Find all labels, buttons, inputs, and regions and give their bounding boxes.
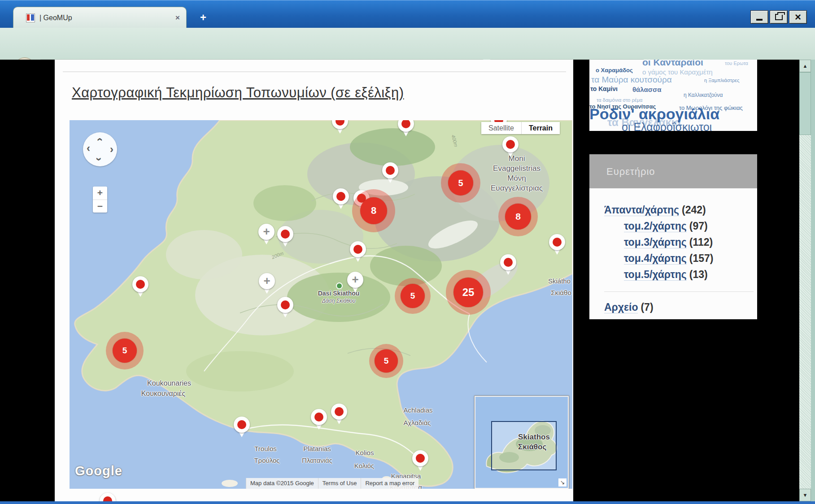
satellite-button[interactable]: Satellite — [481, 122, 521, 134]
inset-collapse-icon[interactable]: ↘ — [558, 478, 567, 487]
navigation-toolbar: ← paki.webpages.auth.gr/wp/?page_id=1353… — [0, 28, 815, 60]
index-link[interactable]: Άπαντα/χάρτης(242) — [604, 202, 757, 218]
marker-cluster[interactable]: 5 — [395, 278, 431, 314]
map-marker-pin[interactable] — [311, 409, 327, 425]
google-map[interactable]: 400m200mMoniEvaggelistriasΜόνηΕυαγγελίστ… — [70, 120, 572, 489]
terms-of-use-link[interactable]: Terms of Use — [318, 478, 361, 489]
map-marker-pin[interactable] — [234, 417, 250, 433]
tag-cloud-link[interactable]: θάλασσα — [632, 86, 661, 93]
title-bar: | GeoMUp × + × — [0, 0, 815, 28]
scroll-down-button[interactable]: ▼ — [799, 489, 811, 501]
map-marker-pin[interactable] — [277, 297, 293, 313]
map-place-label: Troulos — [254, 445, 276, 452]
index-link-label: τομ.5/χάρτης — [624, 269, 687, 281]
google-logo[interactable]: Google — [75, 464, 122, 478]
index-link[interactable]: τομ.2/χάρτης(97) — [624, 218, 757, 234]
index-link-label: τομ.2/χάρτης — [624, 220, 687, 232]
browser-tab[interactable]: | GeoMUp × — [13, 7, 187, 28]
marker-dot — [314, 413, 323, 421]
map-marker-pin[interactable] — [382, 162, 398, 178]
tag-cloud-link[interactable]: η Ξαμπλιάστρες — [704, 78, 740, 83]
map-zoom-control: + − — [93, 187, 107, 213]
cluster-count: 5 — [448, 170, 473, 196]
plus-icon: + — [259, 273, 275, 288]
marker-dot — [336, 192, 345, 201]
map-marker-pin[interactable] — [277, 226, 293, 242]
map-marker-pin[interactable] — [549, 234, 565, 250]
tag-cloud-link[interactable]: τα δαιμόνια στο ρέμα — [597, 97, 642, 103]
tag-cloud-link[interactable]: του Ερωτα — [725, 61, 748, 66]
pan-up-icon[interactable]: › — [94, 138, 105, 141]
expand-cluster-pin[interactable]: + — [259, 273, 275, 289]
map-marker-pin[interactable] — [132, 276, 148, 292]
map-place-label: Evaggelistrias — [493, 164, 540, 173]
pan-left-icon[interactable]: › — [87, 144, 90, 155]
index-link[interactable]: τομ.3/χάρτης(112) — [624, 234, 757, 250]
tag-cloud-link[interactable]: οι Κανταραίοι — [642, 60, 703, 68]
marker-cluster[interactable]: 5 — [369, 344, 403, 378]
marker-dot — [506, 140, 515, 149]
scroll-up-button[interactable]: ▲ — [799, 60, 811, 72]
marker-cluster[interactable]: 5 — [106, 332, 144, 369]
tab-title: | GeoMUp — [39, 14, 175, 22]
tag-cloud-link[interactable]: η Καλλικατζούνα — [684, 92, 723, 98]
marker-cluster[interactable]: 8 — [498, 197, 538, 236]
tag-cloud-link[interactable]: οι Ελαφροΐσκιωτοι — [622, 121, 712, 131]
index-link-count: (112) — [689, 236, 713, 248]
marker-dot — [504, 258, 513, 267]
index-link-count: (13) — [689, 269, 708, 280]
map-data-attribution: Map data ©2015 Google — [246, 478, 318, 489]
marker-cluster[interactable]: 25 — [446, 270, 491, 315]
map-marker-pin[interactable] — [500, 254, 516, 270]
index-link[interactable]: τομ.4/χάρτης(157) — [624, 250, 757, 266]
tag-cloud-widget: οι Κανταραίοιτου Ερωταο Χαραμάδοςο γάμος… — [589, 60, 757, 131]
cluster-count: 5 — [401, 284, 425, 308]
report-map-error-link[interactable]: Report a map error — [361, 478, 418, 489]
vertical-scrollbar[interactable]: ▲ ▼ — [799, 60, 811, 501]
marker-cluster[interactable]: 8 — [352, 189, 395, 232]
map-marker-pin[interactable] — [331, 404, 347, 420]
site-favicon — [26, 13, 35, 22]
terrain-button[interactable]: Terrain — [521, 122, 560, 134]
map-marker-pin[interactable] — [350, 241, 366, 257]
cluster-count: 25 — [453, 278, 483, 307]
index-link[interactable]: τομ.5/χάρτης(13) — [624, 266, 757, 282]
map-place-label: Achladias — [403, 406, 432, 414]
main-content-column: Χαρτογραφική Τεκμηρίωση Τοπωνυμίων (σε ε… — [55, 60, 573, 501]
pan-right-icon[interactable]: › — [110, 144, 113, 155]
content-divider — [63, 71, 566, 72]
marker-dot — [335, 407, 344, 416]
tag-cloud-link[interactable]: τα Μαύρα κουτσούρα — [591, 75, 672, 85]
expand-cluster-pin[interactable]: + — [258, 224, 275, 240]
index-widget-title: Ευρετήριο — [589, 154, 757, 188]
map-marker-pin[interactable] — [100, 493, 116, 501]
map-marker-pin[interactable] — [332, 120, 348, 129]
map-place-label: Τρούλος — [254, 456, 279, 464]
map-marker-pin[interactable] — [333, 188, 349, 204]
marker-cluster[interactable]: 5 — [441, 163, 480, 203]
zoom-out-button[interactable]: − — [93, 200, 107, 213]
expand-cluster-pin[interactable]: + — [347, 272, 363, 288]
map-marker-pin[interactable] — [398, 120, 414, 132]
tag-cloud-link[interactable]: ο Χαραμάδος — [596, 67, 633, 74]
pan-down-icon[interactable]: › — [94, 157, 105, 161]
map-pan-control[interactable]: › › › › — [83, 132, 117, 166]
map-place-label: Κολιός — [354, 462, 374, 469]
window-right-border — [811, 60, 815, 501]
tab-close-icon[interactable]: × — [175, 13, 180, 22]
new-tab-button[interactable]: + — [196, 11, 210, 25]
minimize-button[interactable] — [750, 10, 768, 24]
map-inset-overview[interactable]: Skiathos Σκιάθος ↘ — [475, 396, 569, 489]
map-place-label: Skiátho — [548, 277, 571, 285]
scrollbar-thumb[interactable] — [799, 72, 811, 135]
map-marker-pin[interactable] — [502, 136, 519, 152]
tag-cloud-link[interactable]: το Καμίνι — [590, 85, 618, 92]
map-marker-pin[interactable] — [412, 450, 428, 466]
archive-link[interactable]: Αρχείο(7) — [604, 299, 757, 315]
zoom-in-button[interactable]: + — [93, 187, 107, 200]
restore-button[interactable] — [770, 10, 788, 24]
map-place-label: Kolios — [356, 449, 374, 456]
close-icon: × — [795, 13, 801, 22]
close-button[interactable]: × — [789, 10, 807, 24]
inset-label-en: Skiathos — [518, 433, 550, 442]
